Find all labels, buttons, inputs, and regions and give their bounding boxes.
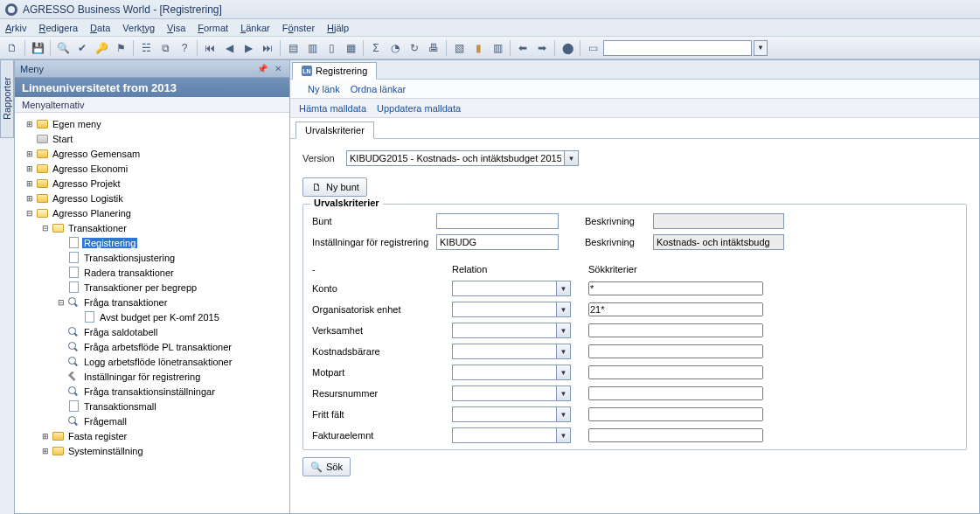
- toolbar-flag-icon[interactable]: ⚑: [112, 39, 129, 57]
- toolbar-bars-icon[interactable]: ▥: [489, 39, 506, 57]
- toolbar-back-icon[interactable]: ⬅: [514, 39, 532, 57]
- tree-item[interactable]: ⊞Agresso Projekt: [17, 176, 288, 191]
- tree-item[interactable]: ⊟Fråga transaktioner: [17, 295, 288, 309]
- toolbar-refresh-icon[interactable]: ↻: [406, 39, 423, 57]
- relation-dropdown[interactable]: ▼: [557, 281, 571, 296]
- tree-item[interactable]: Fråga saldotabell: [17, 324, 288, 339]
- tree-item[interactable]: ⊟Agresso Planering: [17, 205, 288, 220]
- relation-dropdown[interactable]: ▼: [557, 406, 571, 422]
- tree-item[interactable]: ⊞Agresso Ekonomi: [17, 161, 288, 176]
- toolbar-prev-icon[interactable]: ◀: [220, 39, 238, 57]
- sokkriterier-input[interactable]: [588, 365, 763, 379]
- tree-twisty-icon[interactable]: ⊞: [24, 149, 35, 158]
- tree-item[interactable]: ⊞Egen meny: [17, 116, 288, 131]
- relation-dropdown[interactable]: ▼: [557, 365, 571, 380]
- tree-item[interactable]: Start: [17, 131, 288, 146]
- relation-dropdown[interactable]: ▼: [557, 427, 571, 443]
- input-installningar[interactable]: [436, 234, 559, 250]
- tree-twisty-icon[interactable]: ⊞: [24, 179, 35, 188]
- toolbar-binoculars-icon[interactable]: 🔍: [54, 39, 72, 57]
- toolbar-form-icon[interactable]: ▭: [584, 39, 601, 57]
- toolbar-print-icon[interactable]: 🖶: [425, 39, 442, 57]
- tree-item[interactable]: Frågemall: [17, 413, 288, 428]
- action-uppdatera-malldata[interactable]: Uppdatera malldata: [377, 103, 461, 114]
- menu-data[interactable]: Data: [90, 23, 110, 33]
- relation-input[interactable]: [452, 365, 557, 380]
- toolbar-first-icon[interactable]: ⏮: [201, 39, 219, 57]
- nav-pin-icon[interactable]: 📌: [256, 63, 268, 75]
- tree-item[interactable]: Radera transaktioner: [17, 265, 288, 280]
- tree-item[interactable]: ⊞Agresso Logistik: [17, 191, 288, 205]
- sokkriterier-input[interactable]: [588, 323, 763, 337]
- tree-twisty-icon[interactable]: ⊞: [24, 164, 35, 173]
- toolbar-key-icon[interactable]: 🔑: [93, 39, 110, 57]
- toolbar-sort-desc-icon[interactable]: ▥: [303, 39, 321, 57]
- sokkriterier-input[interactable]: [588, 302, 763, 316]
- tree-item[interactable]: Transaktionsmall: [17, 399, 288, 413]
- tree-twisty-icon[interactable]: ⊟: [24, 209, 35, 218]
- tree-item[interactable]: ⊞Agresso Gemensam: [17, 146, 288, 161]
- toolbar-search-input[interactable]: [603, 40, 752, 56]
- toolbar-forward-icon[interactable]: ➡: [533, 39, 551, 57]
- toolbar-help-icon[interactable]: ?: [176, 39, 193, 57]
- tree-item[interactable]: ⊞Fasta register: [17, 428, 288, 443]
- inner-tab-urvalskriterier[interactable]: Urvalskriterier: [295, 122, 374, 139]
- toolbar-new-icon[interactable]: 🗋: [3, 39, 21, 57]
- tree-item[interactable]: Transaktioner per begrepp: [17, 280, 288, 295]
- menu-redigera[interactable]: Redigera: [38, 23, 78, 33]
- relation-input[interactable]: [452, 323, 557, 338]
- menu-verktyg[interactable]: Verktyg: [122, 23, 155, 33]
- relation-dropdown[interactable]: ▼: [557, 344, 571, 359]
- toolbar-record-icon[interactable]: ⬤: [559, 39, 576, 57]
- side-tab-rapporter[interactable]: Rapporter: [0, 59, 14, 138]
- tree-item[interactable]: Transaktionsjustering: [17, 250, 288, 265]
- sokkriterier-input[interactable]: [588, 281, 763, 295]
- tree-item[interactable]: Avst budget per K-omf 2015: [17, 309, 288, 324]
- tree-item[interactable]: Inställningar för registrering: [17, 369, 288, 384]
- link-ordna-lankar[interactable]: Ordna länkar: [351, 84, 407, 94]
- tree-twisty-icon[interactable]: ⊞: [24, 194, 35, 203]
- sokkriterier-input[interactable]: [588, 407, 763, 421]
- nav-close-icon[interactable]: ✕: [272, 63, 284, 75]
- tree-twisty-icon[interactable]: ⊞: [39, 432, 51, 441]
- toolbar-save-icon[interactable]: 💾: [29, 39, 46, 57]
- tree-twisty-icon[interactable]: ⊞: [24, 120, 35, 128]
- relation-dropdown[interactable]: ▼: [557, 302, 571, 317]
- menu-format[interactable]: Format: [198, 23, 228, 33]
- input-bunt[interactable]: [436, 213, 559, 229]
- tab-registrering[interactable]: LN Registrering: [292, 62, 377, 80]
- toolbar-sum-icon[interactable]: Σ: [367, 39, 385, 57]
- toolbar-excel-icon[interactable]: ▧: [450, 39, 468, 57]
- menu-hjalp[interactable]: Hjälp: [327, 23, 349, 33]
- action-hamta-malldata[interactable]: Hämta malldata: [299, 103, 366, 114]
- input-version[interactable]: [346, 150, 565, 166]
- relation-dropdown[interactable]: ▼: [557, 323, 571, 338]
- toolbar-next-icon[interactable]: ▶: [240, 39, 257, 57]
- tree-item[interactable]: Fråga arbetsflöde PL transaktioner: [17, 339, 288, 354]
- dropdown-version[interactable]: ▼: [565, 150, 579, 166]
- toolbar-filter-icon[interactable]: ▯: [323, 39, 340, 57]
- menu-visa[interactable]: Visa: [167, 23, 185, 33]
- menu-lankar[interactable]: Länkar: [240, 23, 270, 33]
- toolbar-check-icon[interactable]: ✔: [73, 39, 91, 57]
- tree-item[interactable]: Logg arbetsflöde lönetransaktioner: [17, 354, 288, 369]
- button-sok[interactable]: 🔍 Sök: [302, 457, 351, 476]
- toolbar-sort-asc-icon[interactable]: ▤: [284, 39, 302, 57]
- tree-item[interactable]: ⊞Systeminställning: [17, 443, 288, 458]
- sokkriterier-input[interactable]: [588, 428, 763, 442]
- tree-twisty-icon[interactable]: ⊞: [39, 447, 51, 455]
- tree-twisty-icon[interactable]: ⊟: [55, 298, 66, 307]
- toolbar-tree-icon[interactable]: ☵: [137, 39, 155, 57]
- link-ny-lank[interactable]: Ny länk: [308, 84, 340, 94]
- sokkriterier-input[interactable]: [588, 386, 763, 400]
- toolbar-search-dropdown[interactable]: ▼: [754, 40, 768, 56]
- relation-dropdown[interactable]: ▼: [557, 386, 571, 401]
- relation-input[interactable]: [452, 281, 557, 296]
- menu-fonster[interactable]: Fönster: [282, 23, 315, 33]
- button-ny-bunt[interactable]: 🗋 Ny bunt: [302, 177, 367, 197]
- tree-item[interactable]: Fråga transaktionsinställningar: [17, 384, 288, 399]
- tree-twisty-icon[interactable]: ⊟: [39, 224, 51, 233]
- tree-item[interactable]: Registrering: [17, 235, 288, 250]
- toolbar-last-icon[interactable]: ⏭: [259, 39, 276, 57]
- relation-input[interactable]: [452, 344, 557, 359]
